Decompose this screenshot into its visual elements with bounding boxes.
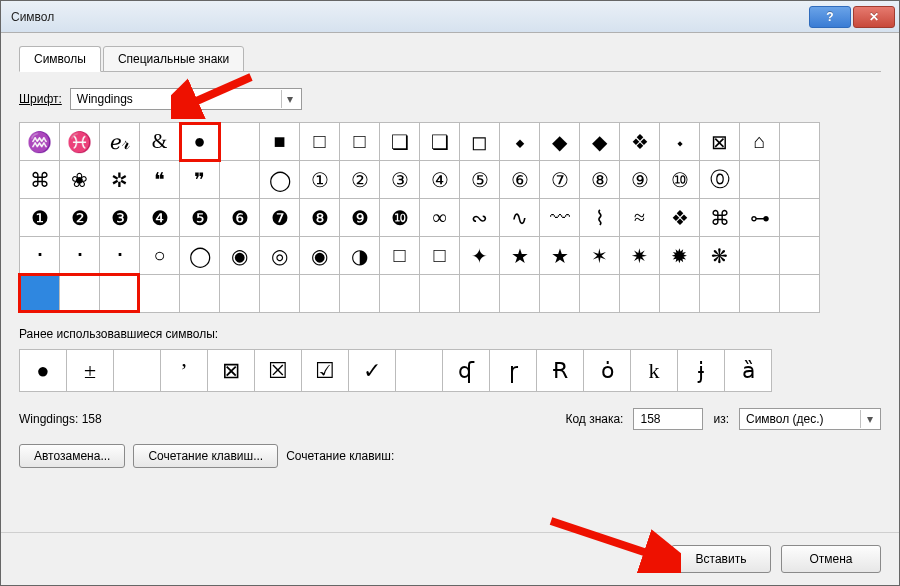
symbol-cell[interactable]: ◉: [220, 237, 260, 275]
symbol-cell[interactable]: ❖: [660, 199, 700, 237]
symbol-cell[interactable]: ❞: [180, 161, 220, 199]
from-select[interactable]: Символ (дес.) ▾: [739, 408, 881, 430]
symbol-cell[interactable]: [100, 275, 140, 313]
symbol-cell[interactable]: ◆: [580, 123, 620, 161]
symbol-cell[interactable]: ✷: [620, 237, 660, 275]
symbol-cell[interactable]: [780, 123, 820, 161]
symbol-cell[interactable]: [420, 275, 460, 313]
symbol-cell[interactable]: ③: [380, 161, 420, 199]
symbol-cell[interactable]: [60, 275, 100, 313]
symbol-cell[interactable]: ⑦: [540, 161, 580, 199]
symbol-cell[interactable]: ⌘: [700, 199, 740, 237]
symbol-cell[interactable]: ②: [340, 161, 380, 199]
symbol-cell[interactable]: □: [300, 123, 340, 161]
symbol-cell[interactable]: ❏: [380, 123, 420, 161]
recent-symbol-cell[interactable]: ȯ: [584, 350, 631, 392]
symbol-cell[interactable]: ④: [420, 161, 460, 199]
symbol-cell[interactable]: ❺: [180, 199, 220, 237]
symbol-cell[interactable]: ◆: [540, 123, 580, 161]
symbol-cell[interactable]: ❝: [140, 161, 180, 199]
symbol-cell[interactable]: [740, 161, 780, 199]
symbol-cell[interactable]: [220, 275, 260, 313]
recent-symbol-cell[interactable]: ɼ: [490, 350, 537, 392]
recent-symbol-cell[interactable]: ⊠: [208, 350, 255, 392]
symbol-cell[interactable]: ･: [100, 237, 140, 275]
symbol-cell[interactable]: ♒: [20, 123, 60, 161]
insert-button[interactable]: Вставить: [671, 545, 771, 573]
symbol-cell[interactable]: ∿: [500, 199, 540, 237]
symbol-cell[interactable]: ❸: [100, 199, 140, 237]
symbol-cell[interactable]: [460, 275, 500, 313]
symbol-cell[interactable]: [300, 275, 340, 313]
recent-symbol-cell[interactable]: [114, 350, 161, 392]
symbol-cell[interactable]: ･: [20, 237, 60, 275]
symbol-cell[interactable]: ■: [260, 123, 300, 161]
symbol-cell[interactable]: ◯: [260, 161, 300, 199]
recent-symbol-cell[interactable]: ☒: [255, 350, 302, 392]
recent-symbol-cell[interactable]: ʠ: [443, 350, 490, 392]
symbol-cell[interactable]: ✶: [580, 237, 620, 275]
recent-symbol-cell[interactable]: ’: [161, 350, 208, 392]
code-input[interactable]: 158: [633, 408, 703, 430]
symbol-cell[interactable]: [780, 161, 820, 199]
symbol-cell[interactable]: ✲: [100, 161, 140, 199]
symbol-cell[interactable]: ★: [540, 237, 580, 275]
symbol-cell[interactable]: ❾: [340, 199, 380, 237]
recent-symbol-cell[interactable]: ●: [20, 350, 67, 392]
recent-symbol-cell[interactable]: ✓: [349, 350, 396, 392]
symbol-cell[interactable]: ❋: [700, 237, 740, 275]
symbol-cell[interactable]: ℯ𝓇: [100, 123, 140, 161]
symbol-cell[interactable]: ❹: [140, 199, 180, 237]
symbol-cell[interactable]: [500, 275, 540, 313]
symbol-cell[interactable]: ❻: [220, 199, 260, 237]
recent-symbol-cell[interactable]: k: [631, 350, 678, 392]
symbol-cell[interactable]: [740, 237, 780, 275]
symbol-cell[interactable]: [340, 275, 380, 313]
symbol-cell[interactable]: ⌘: [20, 161, 60, 199]
symbol-cell[interactable]: [380, 275, 420, 313]
symbol-cell[interactable]: ❖: [620, 123, 660, 161]
symbol-cell[interactable]: [780, 237, 820, 275]
recent-symbol-cell[interactable]: [396, 350, 443, 392]
symbol-cell[interactable]: [180, 275, 220, 313]
symbol-cell[interactable]: ●: [180, 123, 220, 161]
symbol-cell[interactable]: [260, 275, 300, 313]
symbol-cell[interactable]: [660, 275, 700, 313]
autocorrect-button[interactable]: Автозамена...: [19, 444, 125, 468]
cancel-button[interactable]: Отмена: [781, 545, 881, 573]
symbol-cell[interactable]: [220, 161, 260, 199]
symbol-cell[interactable]: ⊶: [740, 199, 780, 237]
symbol-cell[interactable]: ⌇: [580, 199, 620, 237]
symbol-cell[interactable]: &: [140, 123, 180, 161]
symbol-cell[interactable]: ❏: [420, 123, 460, 161]
symbol-cell[interactable]: ⬩: [660, 123, 700, 161]
symbol-cell[interactable]: ⊠: [700, 123, 740, 161]
symbol-cell[interactable]: ⌂: [740, 123, 780, 161]
help-button[interactable]: ?: [809, 6, 851, 28]
recent-symbol-cell[interactable]: ȁ: [725, 350, 772, 392]
font-select[interactable]: Wingdings ▾: [70, 88, 302, 110]
symbol-cell[interactable]: ⑥: [500, 161, 540, 199]
symbol-cell[interactable]: ❷: [60, 199, 100, 237]
symbol-cell[interactable]: ⬥: [500, 123, 540, 161]
tab-special[interactable]: Специальные знаки: [103, 46, 244, 72]
close-button[interactable]: ✕: [853, 6, 895, 28]
symbol-cell[interactable]: ○: [140, 237, 180, 275]
recent-symbol-cell[interactable]: ☑: [302, 350, 349, 392]
symbol-cell[interactable]: ❽: [300, 199, 340, 237]
symbol-cell[interactable]: ∾: [460, 199, 500, 237]
symbol-cell[interactable]: [700, 275, 740, 313]
symbol-cell[interactable]: ❀: [60, 161, 100, 199]
tab-symbols[interactable]: Символы: [19, 46, 101, 72]
symbol-cell[interactable]: ✦: [460, 237, 500, 275]
symbol-cell[interactable]: [780, 199, 820, 237]
symbol-cell[interactable]: ⑩: [660, 161, 700, 199]
symbol-cell[interactable]: [20, 275, 60, 313]
symbol-cell[interactable]: □: [420, 237, 460, 275]
symbol-cell[interactable]: ∞: [420, 199, 460, 237]
symbol-cell[interactable]: ◑: [340, 237, 380, 275]
symbol-cell[interactable]: ①: [300, 161, 340, 199]
symbol-cell[interactable]: ◉: [300, 237, 340, 275]
symbol-cell[interactable]: [540, 275, 580, 313]
symbol-cell[interactable]: ⓪: [700, 161, 740, 199]
